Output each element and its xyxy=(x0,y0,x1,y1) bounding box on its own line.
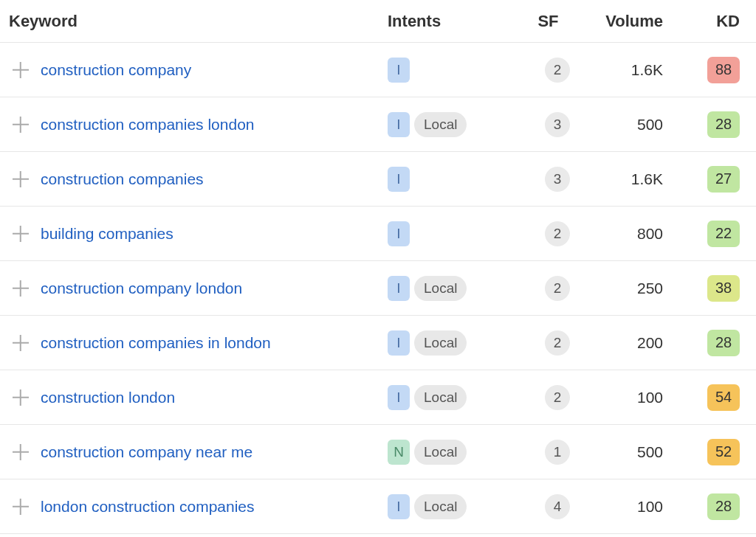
sf-cell: 3 xyxy=(520,112,576,137)
sf-cell: 4 xyxy=(520,494,576,519)
kd-badge[interactable]: 28 xyxy=(707,111,740,138)
keyword-table: Keyword Intents SF Volume KD constructio… xyxy=(0,0,756,534)
sf-cell: 1 xyxy=(520,440,576,465)
kd-cell: 28 xyxy=(679,330,753,356)
expand-cell xyxy=(0,226,41,242)
sf-cell: 3 xyxy=(520,167,576,192)
keyword-link[interactable]: construction company london xyxy=(41,280,242,297)
plus-icon[interactable] xyxy=(13,62,29,78)
column-header-sf[interactable]: SF xyxy=(520,12,576,31)
local-badge[interactable]: Local xyxy=(414,330,467,356)
local-badge[interactable]: Local xyxy=(414,440,467,465)
intents-cell: ILocal xyxy=(388,385,520,410)
expand-cell xyxy=(0,499,41,515)
sf-cell: 2 xyxy=(520,276,576,301)
table-row: construction company near meNLocal150052 xyxy=(0,425,756,479)
local-badge[interactable]: Local xyxy=(414,112,467,137)
plus-icon[interactable] xyxy=(13,389,29,406)
volume-cell: 1.6K xyxy=(576,170,679,188)
intent-badge[interactable]: I xyxy=(388,330,410,356)
keyword-cell: construction london xyxy=(41,389,388,406)
sf-badge[interactable]: 2 xyxy=(545,58,570,83)
sf-cell: 2 xyxy=(520,385,576,410)
kd-cell: 38 xyxy=(679,275,753,302)
table-row: construction companies in londonILocal22… xyxy=(0,316,756,370)
kd-badge[interactable]: 52 xyxy=(707,439,740,465)
expand-cell xyxy=(0,171,41,187)
keyword-cell: construction companies xyxy=(41,170,388,188)
plus-icon[interactable] xyxy=(13,280,29,297)
plus-icon[interactable] xyxy=(13,499,29,515)
sf-badge[interactable]: 2 xyxy=(545,221,570,246)
keyword-link[interactable]: construction companies london xyxy=(41,116,255,133)
expand-cell xyxy=(0,335,41,351)
sf-cell: 2 xyxy=(520,330,576,356)
sf-badge[interactable]: 1 xyxy=(545,440,570,465)
plus-icon[interactable] xyxy=(13,226,29,242)
table-row: construction londonILocal210054 xyxy=(0,370,756,425)
keyword-link[interactable]: construction company near me xyxy=(41,443,252,460)
keyword-link[interactable]: construction companies xyxy=(41,170,204,187)
table-row: construction companiesI31.6K27 xyxy=(0,152,756,207)
keyword-link[interactable]: construction london xyxy=(41,389,175,406)
kd-badge[interactable]: 22 xyxy=(707,221,740,247)
local-badge[interactable]: Local xyxy=(414,494,467,519)
kd-badge[interactable]: 88 xyxy=(707,57,740,83)
keyword-cell: building companies xyxy=(41,225,388,243)
intent-badge[interactable]: I xyxy=(388,221,410,246)
kd-cell: 22 xyxy=(679,221,753,247)
column-header-intents[interactable]: Intents xyxy=(388,12,520,31)
intents-cell: ILocal xyxy=(388,112,520,137)
table-row: construction companyI21.6K88 xyxy=(0,43,756,97)
keyword-cell: construction companies in london xyxy=(41,334,388,352)
kd-badge[interactable]: 28 xyxy=(707,330,740,356)
local-badge[interactable]: Local xyxy=(414,276,467,301)
local-badge[interactable]: Local xyxy=(414,385,467,410)
intents-cell: ILocal xyxy=(388,330,520,356)
plus-icon[interactable] xyxy=(13,117,29,133)
plus-icon[interactable] xyxy=(13,444,29,460)
kd-badge[interactable]: 28 xyxy=(707,493,740,520)
keyword-cell: construction company london xyxy=(41,280,388,297)
intent-badge[interactable]: I xyxy=(388,385,410,410)
keyword-cell: london construction companies xyxy=(41,498,388,516)
plus-icon[interactable] xyxy=(13,335,29,351)
column-header-kd[interactable]: KD xyxy=(679,12,753,31)
intent-badge[interactable]: I xyxy=(388,112,410,137)
kd-badge[interactable]: 27 xyxy=(707,166,740,193)
kd-badge[interactable]: 54 xyxy=(707,384,740,411)
volume-cell: 100 xyxy=(576,498,679,516)
keyword-link[interactable]: construction companies in london xyxy=(41,334,271,351)
kd-cell: 28 xyxy=(679,111,753,138)
expand-cell xyxy=(0,117,41,133)
kd-cell: 54 xyxy=(679,384,753,411)
intent-badge[interactable]: I xyxy=(388,58,410,83)
keyword-link[interactable]: construction company xyxy=(41,61,191,78)
intents-cell: NLocal xyxy=(388,440,520,465)
intent-badge[interactable]: I xyxy=(388,276,410,301)
sf-badge[interactable]: 3 xyxy=(545,167,570,192)
expand-cell xyxy=(0,280,41,297)
plus-icon[interactable] xyxy=(13,171,29,187)
table-row: construction company londonILocal225038 xyxy=(0,261,756,316)
column-header-volume[interactable]: Volume xyxy=(576,12,679,31)
column-header-keyword[interactable]: Keyword xyxy=(0,12,388,31)
sf-badge[interactable]: 3 xyxy=(545,112,570,137)
intent-badge[interactable]: N xyxy=(388,440,410,465)
sf-cell: 2 xyxy=(520,221,576,246)
intent-badge[interactable]: I xyxy=(388,167,410,192)
sf-badge[interactable]: 2 xyxy=(545,385,570,410)
intents-cell: I xyxy=(388,167,520,192)
intents-cell: ILocal xyxy=(388,276,520,301)
kd-cell: 52 xyxy=(679,439,753,465)
sf-badge[interactable]: 4 xyxy=(545,494,570,519)
sf-badge[interactable]: 2 xyxy=(545,276,570,301)
table-row: london construction companiesILocal41002… xyxy=(0,479,756,534)
sf-cell: 2 xyxy=(520,58,576,83)
keyword-link[interactable]: london construction companies xyxy=(41,498,255,515)
kd-badge[interactable]: 38 xyxy=(707,275,740,302)
sf-badge[interactable]: 2 xyxy=(545,330,570,356)
intent-badge[interactable]: I xyxy=(388,494,410,519)
keyword-cell: construction company xyxy=(41,61,388,79)
keyword-link[interactable]: building companies xyxy=(41,225,173,242)
